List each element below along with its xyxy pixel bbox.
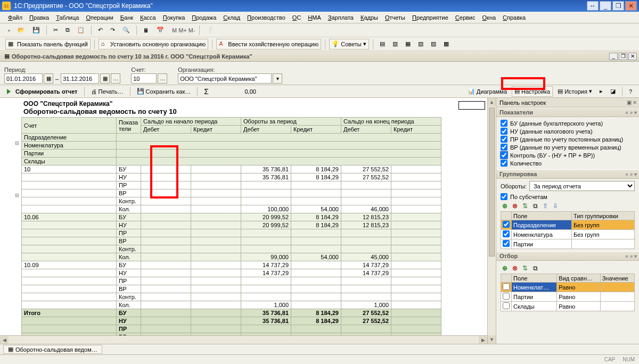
menu-Отчеты[interactable]: Отчеты	[382, 13, 408, 22]
close-button[interactable]: ✕	[625, 1, 637, 11]
copy-icon[interactable]: ⧉	[63, 25, 72, 36]
menu-Таблица[interactable]: Таблица	[53, 13, 81, 22]
resize-icon[interactable]: ↔	[587, 1, 599, 11]
doc-close-button[interactable]: ✕	[628, 53, 637, 60]
delete-icon[interactable]: ⊗	[511, 202, 519, 210]
table-row[interactable]: ВР	[22, 285, 441, 293]
menu-Производство[interactable]: Производство	[244, 13, 288, 22]
doc-restore-button[interactable]: ❐	[619, 53, 627, 60]
save-icon[interactable]: 💾	[30, 25, 43, 36]
table-row[interactable]: Контр.	[22, 245, 441, 253]
table-row[interactable]: ПР	[22, 181, 441, 189]
move-icon[interactable]: ⇅	[521, 264, 529, 272]
scroll-up-icon[interactable]: ▲	[488, 98, 496, 106]
redo-icon[interactable]: ↷	[108, 25, 118, 36]
tool-icon-3[interactable]: ▦	[403, 39, 413, 49]
table-row[interactable]: Контр.	[22, 293, 441, 301]
menu-Кадры[interactable]: Кадры	[358, 13, 381, 22]
indicator-checkbox[interactable]	[501, 152, 507, 159]
add-icon[interactable]: ⊕	[501, 264, 509, 272]
turnover-select[interactable]: За период отчета	[529, 181, 635, 191]
copy-icon[interactable]: ⧉	[531, 264, 539, 272]
date-to-picker-icon[interactable]: ▦	[100, 73, 110, 84]
find-icon[interactable]: 🔍	[120, 25, 133, 36]
table-row[interactable]: Кол.99,00054,00045,000	[22, 253, 441, 261]
maximize-button[interactable]: ❐	[612, 1, 624, 11]
calc-icon[interactable]: 🖩	[141, 25, 152, 36]
menu-Операции[interactable]: Операции	[83, 13, 116, 22]
date-to-input[interactable]	[61, 73, 99, 84]
org-input[interactable]	[178, 73, 272, 84]
filter-row[interactable]: ПартииРавно	[501, 292, 635, 302]
minimize-button[interactable]: _	[600, 1, 611, 11]
date-from-picker-icon[interactable]: ▦	[44, 73, 53, 84]
filter-row[interactable]: Номенклат…Равно	[501, 283, 635, 292]
move-icon[interactable]: ⇅	[521, 202, 529, 210]
filter-row[interactable]: СкладыРавно	[501, 302, 635, 311]
menu-Банк[interactable]: Банк	[118, 13, 136, 22]
menu-Окна[interactable]: Окна	[480, 13, 499, 22]
grouping-grid[interactable]: ПолеТип группировки ПодразделениеБез гру…	[501, 211, 635, 249]
menu-Предприятие[interactable]: Предприятие	[409, 13, 451, 22]
section-filter[interactable]: Отбор« » ▾	[496, 251, 639, 261]
report-hscroll[interactable]: ◀ ▶	[0, 335, 487, 344]
grouping-row[interactable]: ПодразделениеБез групп	[501, 220, 635, 230]
section-indicators[interactable]: Показатели« » ▾	[496, 107, 639, 117]
down-icon[interactable]: ⇩	[551, 202, 560, 210]
panel-pin-icon[interactable]: ▣	[627, 100, 632, 105]
indicator-checkbox[interactable]	[501, 144, 507, 151]
tool-icon-1[interactable]: ▤	[377, 39, 388, 49]
paste-icon[interactable]: 📋	[75, 25, 87, 36]
cut-icon[interactable]: ✂	[51, 25, 61, 36]
menu-Справка[interactable]: Справка	[500, 13, 528, 22]
table-row[interactable]: НУ14 737,2914 737,29	[22, 269, 441, 277]
menu-Файл[interactable]: Файл	[5, 13, 25, 22]
section-grouping[interactable]: Группировка« » ▾	[496, 169, 639, 179]
window-tab[interactable]: ▦Оборотно-сальдовая ведом…	[3, 345, 102, 354]
scroll-right-icon[interactable]: ▶	[479, 336, 487, 344]
grouping-row[interactable]: Партии	[501, 239, 635, 249]
menu-НМА[interactable]: НМА	[305, 13, 323, 22]
new-doc-icon[interactable]: ▫	[5, 25, 13, 36]
delete-icon[interactable]: ⊗	[511, 264, 519, 272]
indicator-checkbox[interactable]	[501, 120, 507, 127]
menu-Касса[interactable]: Касса	[137, 13, 159, 22]
save-as-button[interactable]: 💾Сохранить как…	[134, 86, 194, 97]
report-table[interactable]: Счет Показа тели Сальдо на начало период…	[21, 117, 441, 344]
account-input[interactable]	[131, 73, 157, 84]
indicator-checkbox[interactable]	[501, 128, 507, 135]
period-select-icon[interactable]: …	[111, 73, 120, 84]
menu-ОС[interactable]: ОС	[290, 13, 304, 22]
grouping-row[interactable]: НоменклатураБез групп	[501, 230, 635, 239]
table-row[interactable]: НУ20 999,528 184,2912 815,23	[22, 221, 441, 229]
report-vscroll[interactable]: ▲ ▼	[487, 98, 496, 344]
menu-Склад[interactable]: Склад	[220, 13, 243, 22]
table-row[interactable]: 10.09БУ14 737,2914 737,29	[22, 261, 441, 269]
tool-icon-5[interactable]: ▨	[428, 39, 439, 49]
table-row[interactable]: Контр.	[22, 197, 441, 205]
diagram-button[interactable]: 📊Диаграмма	[465, 86, 510, 97]
set-org-button[interactable]: ⌂Установить основную организацию	[99, 39, 209, 49]
history-button[interactable]: ▤История ▾	[555, 86, 595, 97]
extra-icon-1[interactable]: ▸	[597, 86, 605, 97]
table-row[interactable]: ВР	[22, 237, 441, 245]
table-row[interactable]: ВР	[22, 189, 441, 197]
help-icon[interactable]: ❔	[203, 25, 216, 36]
indicator-checkbox[interactable]	[501, 136, 507, 143]
tool-icon-4[interactable]: ▧	[415, 39, 426, 49]
tool-icon-6[interactable]: ▩	[441, 39, 452, 49]
show-panel-button[interactable]: ▦Показать панель функций	[5, 39, 91, 49]
form-report-button[interactable]: Сформировать отчет	[4, 86, 80, 97]
org-dropdown-icon[interactable]: ▾	[273, 73, 282, 84]
enter-op-button[interactable]: AВвести хозяйственную операцию	[216, 39, 321, 49]
table-row[interactable]: ПР	[22, 277, 441, 285]
scroll-left-icon[interactable]: ◀	[0, 336, 9, 344]
table-row[interactable]: 10БУ35 736,818 184,2927 552,52	[22, 166, 441, 173]
calendar-icon[interactable]: 📅	[154, 25, 167, 36]
tree-collapse-icon[interactable]: ⊟	[15, 140, 19, 146]
tree-collapse-icon[interactable]: ⊟	[15, 193, 19, 198]
account-select-icon[interactable]: …	[158, 73, 167, 84]
panel-close-icon[interactable]: ✕	[633, 100, 637, 105]
copy-icon[interactable]: ⧉	[531, 202, 539, 210]
add-icon[interactable]: ⊕	[501, 202, 509, 210]
